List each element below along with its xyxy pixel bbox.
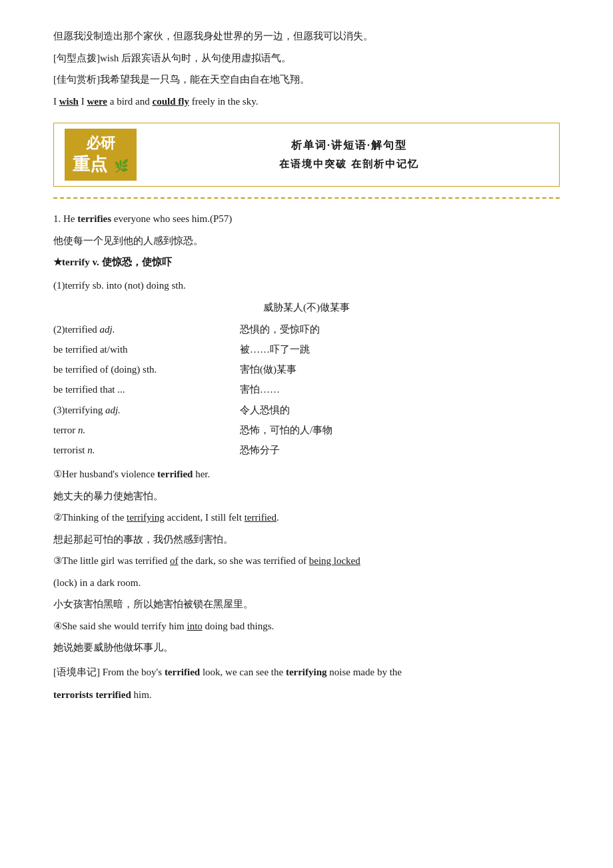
terrorists-bold: terrorists xyxy=(53,689,93,700)
example-1-cn: 她丈夫的暴力使她害怕。 xyxy=(53,487,560,506)
example-3-cn: 小女孩害怕黑暗，所以她害怕被锁在黑屋里。 xyxy=(53,595,560,614)
sub-item-1: (1)terrify sb. into (not) doing sth. xyxy=(53,276,560,295)
context-sentence-en: [语境串记] From the boy's terrified look, we… xyxy=(53,663,560,682)
example-4-cn: 她说她要威胁他做坏事儿。 xyxy=(53,638,560,657)
sub-item-1-cn: 威胁某人(不)做某事 xyxy=(53,299,560,317)
terrified-underline: terrified xyxy=(245,512,277,523)
were-word: were xyxy=(87,96,107,107)
example-4-en: ④She said she would terrify him into doi… xyxy=(53,617,560,636)
example-3-en: ③The little girl was terrified of the da… xyxy=(53,551,560,571)
main-section: 1. He terrifies everyone who sees him.(P… xyxy=(53,209,560,705)
row-terror: terror n. 恐怖，可怕的人/事物 xyxy=(53,421,560,439)
terrified-bold-1: terrified xyxy=(157,469,193,479)
star-terrify: ★terrify v. 使惊恐，使惊吓 xyxy=(53,253,560,272)
wish-word: wish xyxy=(59,96,79,107)
leaf-icon: 🌿 xyxy=(114,159,129,174)
sub-item-3-header: (3)terrifying adj. 令人恐惧的 xyxy=(53,401,560,419)
sub-item-2-header: (2)terrified adj. 恐惧的，受惊吓的 xyxy=(53,321,560,339)
could-fly-word: could fly xyxy=(152,96,189,107)
dashed-divider xyxy=(53,197,560,199)
terrifying-underline: terrifying xyxy=(127,512,165,523)
example-sentence-cn: 他使每一个见到他的人感到惊恐。 xyxy=(53,231,560,251)
being-locked-underline: being locked xyxy=(309,555,360,566)
example-2-cn: 想起那起可怕的事故，我仍然感到害怕。 xyxy=(53,530,560,549)
intro-line1: 但愿我没制造出那个家伙，但愿我身处世界的另一边，但愿我可以消失。 xyxy=(53,27,560,46)
feature-row1: 析单词·讲短语·解句型 xyxy=(150,136,548,155)
terrified-context-bold: terrified xyxy=(165,667,200,677)
row-terrified-of: be terrified of (doing) sth. 害怕(做)某事 xyxy=(53,361,560,379)
example-1-en: ①Her husband's violence terrified her. xyxy=(53,465,560,484)
intro-section: 但愿我没制造出那个家伙，但愿我身处世界的另一边，但愿我可以消失。 [句型点拨]w… xyxy=(53,27,560,111)
context-sentence-en-cont: terrorists terrified him. xyxy=(53,685,560,705)
row-terrified-at: be terrified at/with 被……吓了一跳 xyxy=(53,341,560,359)
example-3-en-cont: (lock) in a dark room. xyxy=(53,573,560,593)
of-underline: of xyxy=(170,555,179,566)
feature-box-left: 必研 重点 🌿 xyxy=(65,129,137,181)
row-terrorist: terrorist n. 恐怖分子 xyxy=(53,441,560,459)
example-sentence-en: 1. He terrifies everyone who sees him.(P… xyxy=(53,209,560,229)
intro-line3: [佳句赏析]我希望我是一只鸟，能在天空自由自在地飞翔。 xyxy=(53,70,560,89)
terrifies-bold: terrifies xyxy=(77,213,111,224)
feature-box-right: 析单词·讲短语·解句型 在语境中突破 在剖析中记忆 xyxy=(150,136,548,173)
terrifying-context-bold: terrifying xyxy=(286,667,327,677)
into-underline: into xyxy=(187,621,202,631)
terrified-final-bold: terrified xyxy=(95,689,131,700)
star-title: ★terrify v. 使惊恐，使惊吓 xyxy=(53,257,172,267)
row-terrified-that: be terrified that ... 害怕…… xyxy=(53,381,560,399)
feature-box: 必研 重点 🌿 析单词·讲短语·解句型 在语境中突破 在剖析中记忆 xyxy=(53,123,560,187)
feature-row2: 在语境中突破 在剖析中记忆 xyxy=(150,155,548,173)
intro-line2: [句型点拨]wish 后跟宾语从句时，从句使用虚拟语气。 xyxy=(53,49,560,68)
example-2-en: ②Thinking of the terrifying accident, I … xyxy=(53,508,560,527)
intro-wish-sentence: I wish I were a bird and could fly freel… xyxy=(53,92,560,111)
